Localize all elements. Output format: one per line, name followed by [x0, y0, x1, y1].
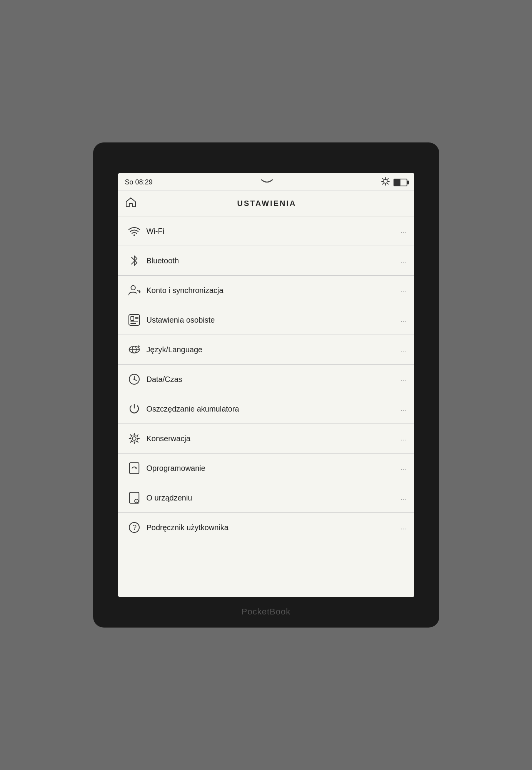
settings-item-maintenance[interactable]: Konserwacja ...	[118, 424, 414, 454]
software-label: Oprogramowanie	[147, 464, 401, 473]
settings-item-wifi[interactable]: Wi-Fi ...	[118, 216, 414, 246]
settings-item-datetime[interactable]: Data/Czas ...	[118, 365, 414, 394]
wifi-icon	[126, 223, 143, 239]
settings-item-bluetooth[interactable]: Bluetooth ...	[118, 246, 414, 276]
device-brand: PocketBook	[242, 607, 290, 617]
home-icon[interactable]	[125, 196, 137, 211]
status-bar: So 08:29	[118, 173, 414, 191]
svg-rect-12	[131, 316, 134, 320]
software-icon	[126, 460, 143, 477]
account-icon	[126, 282, 143, 299]
maintenance-label: Konserwacja	[147, 434, 401, 443]
settings-item-language[interactable]: A Język/Language ...	[118, 335, 414, 365]
light-icon	[381, 177, 390, 187]
svg-line-8	[382, 183, 383, 184]
svg-point-25	[132, 437, 136, 440]
about-icon: i	[126, 489, 143, 506]
personal-dots: ...	[401, 316, 407, 323]
personal-icon	[126, 311, 143, 328]
wifi-dots: ...	[401, 228, 407, 234]
manual-label: Podręcznik użytkownika	[147, 523, 401, 532]
power-icon	[126, 400, 143, 417]
status-time: So 08:29	[125, 178, 153, 186]
gear-icon	[126, 430, 143, 447]
settings-item-manual[interactable]: ? Podręcznik użytkownika ...	[118, 513, 414, 542]
bluetooth-icon	[126, 252, 143, 269]
svg-line-5	[382, 179, 383, 179]
device: So 08:29	[93, 142, 439, 628]
software-dots: ...	[401, 465, 407, 472]
screen: So 08:29	[118, 173, 414, 597]
datetime-label: Data/Czas	[147, 375, 401, 384]
settings-item-account[interactable]: Konto i synchronizacja ...	[118, 276, 414, 305]
about-dots: ...	[401, 494, 407, 501]
settings-item-battery[interactable]: Oszczędzanie akumulatora ...	[118, 394, 414, 424]
battery-icon	[394, 179, 407, 186]
svg-point-10	[131, 286, 135, 290]
datetime-icon	[126, 371, 143, 388]
settings-item-personal[interactable]: Ustawienia osobiste ...	[118, 305, 414, 335]
personal-label: Ustawienia osobiste	[147, 316, 401, 325]
settings-list: Wi-Fi ... Bluetooth ...	[118, 216, 414, 597]
svg-rect-27	[129, 463, 138, 474]
datetime-dots: ...	[401, 376, 407, 383]
settings-item-about[interactable]: i O urządzeniu ...	[118, 483, 414, 513]
account-dots: ...	[401, 287, 407, 294]
maintenance-dots: ...	[401, 435, 407, 442]
help-icon: ?	[126, 519, 143, 536]
svg-point-24	[133, 378, 135, 380]
bluetooth-dots: ...	[401, 257, 407, 264]
svg-line-6	[387, 183, 388, 184]
language-label: Język/Language	[147, 345, 401, 354]
language-icon: A	[126, 341, 143, 358]
svg-text:A: A	[137, 345, 140, 348]
wifi-label: Wi-Fi	[147, 227, 401, 236]
status-center-icon	[260, 177, 274, 187]
manual-dots: ...	[401, 524, 407, 531]
bluetooth-label: Bluetooth	[147, 256, 401, 265]
header: USTAWIENIA	[118, 191, 414, 216]
language-dots: ...	[401, 346, 407, 353]
battery-label: Oszczędzanie akumulatora	[147, 405, 401, 413]
svg-text:i: i	[135, 500, 136, 503]
svg-point-0	[384, 179, 387, 183]
settings-item-software[interactable]: Oprogramowanie ...	[118, 454, 414, 483]
battery-save-dots: ...	[401, 405, 407, 412]
svg-text:?: ?	[133, 524, 137, 531]
svg-point-9	[133, 234, 135, 236]
about-label: O urządzeniu	[147, 494, 401, 502]
account-label: Konto i synchronizacja	[147, 286, 401, 295]
svg-line-7	[387, 179, 388, 179]
page-title: USTAWIENIA	[143, 199, 391, 208]
status-icons	[381, 177, 407, 187]
